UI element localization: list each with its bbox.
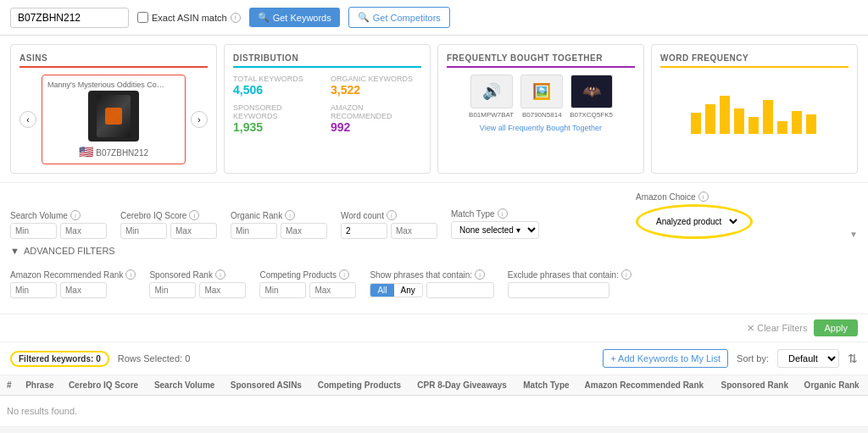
get-competitors-button[interactable]: 🔍 Get Competitors (348, 7, 450, 28)
word-count-min-input[interactable] (341, 223, 387, 239)
cerebro-iq-filter: Cerebro IQ Score i (120, 210, 217, 239)
product-image (88, 91, 139, 142)
carousel-next-button[interactable]: › (191, 111, 208, 128)
col-header-amazon-rank: Amazon Recommended Rank (578, 375, 715, 396)
amazon-choice-info-icon[interactable]: i (698, 192, 709, 202)
organic-keywords-value: 3,522 (331, 83, 421, 97)
flag-icon: 🇺🇸 (79, 145, 93, 158)
actions-row: ✕ Clear Filters Apply (0, 314, 868, 342)
exclude-phrases-label: Exclude phrases that contain: i (508, 269, 632, 280)
search-volume-min-input[interactable] (10, 223, 57, 239)
asin-input[interactable] (10, 8, 129, 28)
asins-card: ASINS ‹ Manny's Mysterious Oddities Coff… (10, 44, 217, 174)
competing-products-info-icon[interactable]: i (339, 269, 349, 280)
exact-match-label: Exact ASIN match i (137, 12, 241, 23)
view-all-fbt-link[interactable]: View all Frequently Bought Together (447, 124, 635, 132)
fbt-card-title: FREQUENTLY BOUGHT TOGETHER (447, 53, 635, 68)
col-header-num: # (0, 375, 19, 396)
advanced-filters-toggle[interactable]: ▼ ADVANCED FILTERS (10, 246, 858, 256)
exact-match-info-icon[interactable]: i (231, 13, 241, 23)
clear-filters-button[interactable]: ✕ Clear Filters (747, 319, 807, 336)
organic-rank-max-input[interactable] (281, 223, 327, 239)
match-type-info-icon[interactable]: i (498, 208, 508, 219)
table-header: # Phrase Cerebro IQ Score Search Volume … (0, 375, 868, 396)
exclude-phrases-input[interactable] (508, 282, 609, 298)
amazon-recommended-rank-info-icon[interactable]: i (125, 269, 136, 280)
fbt-product-3-image: 🦇 (570, 75, 613, 108)
word-count-label: Word count i (341, 210, 437, 220)
fbt-card: FREQUENTLY BOUGHT TOGETHER 🔊 B01MPW7BAT … (437, 44, 644, 174)
carousel-prev-button[interactable]: ‹ (19, 111, 36, 128)
show-phrases-any-button[interactable]: Any (394, 284, 422, 297)
svg-rect-1 (705, 104, 715, 134)
col-header-search-volume: Search Volume (147, 375, 224, 396)
sponsored-rank-min-input[interactable] (149, 282, 196, 298)
fbt-product-2-asin: B0790N5814 (520, 111, 563, 119)
fbt-products: 🔊 B01MPW7BAT 🖼️ B0790N5814 🦇 B07XCQ5FK5 (447, 75, 635, 119)
amazon-choice-label: Amazon Choice i (636, 192, 753, 202)
table-section: Filtered keywords: 0 Rows Selected: 0 + … (0, 342, 868, 427)
filtered-keywords-badge: Filtered keywords: 0 (10, 351, 109, 367)
amazon-recommended-item: AMAZON RECOMMENDED 992 (331, 103, 421, 134)
show-phrases-all-button[interactable]: All (370, 284, 393, 297)
word-count-filter: Word count i (341, 210, 437, 239)
advanced-filters-section: Amazon Recommended Rank i Sponsored Rank… (10, 263, 858, 305)
competing-products-inputs (259, 282, 356, 298)
organic-rank-min-input[interactable] (231, 223, 277, 239)
sort-select[interactable]: Default (777, 349, 839, 368)
rows-selected-label: Rows Selected: 0 (118, 353, 191, 364)
sponsored-rank-info-icon[interactable]: i (215, 269, 225, 280)
col-header-organic-rank: Organic Rank (798, 375, 868, 396)
exclude-phrases-filter: Exclude phrases that contain: i (508, 269, 632, 298)
amazon-choice-select[interactable]: Analyzed product (648, 214, 740, 230)
col-header-sponsored-asins: Sponsored ASINs (224, 375, 311, 396)
search-volume-inputs (10, 223, 107, 239)
col-header-cpr: CPR 8-Day Giveaways (410, 375, 516, 396)
match-type-select[interactable]: None selected ▾ (451, 221, 539, 239)
exclude-phrases-info-icon[interactable]: i (621, 269, 632, 280)
product-box: Manny's Mysterious Oddities Coffin Shelf… (42, 75, 186, 164)
show-phrases-input[interactable] (426, 282, 494, 298)
amazon-recommended-rank-inputs (10, 282, 136, 298)
cerebro-iq-inputs (120, 223, 217, 239)
sort-by-label: Sort by: (737, 353, 769, 364)
word-count-info-icon[interactable]: i (387, 210, 397, 220)
amazon-recommended-rank-min-input[interactable] (10, 282, 57, 298)
search-volume-info-icon[interactable]: i (70, 210, 81, 220)
product-flag-asin: 🇺🇸 B07ZBHN212 (47, 145, 180, 158)
apply-button[interactable]: Apply (814, 319, 858, 336)
table-body: No results found. (0, 396, 868, 427)
cerebro-iq-max-input[interactable] (170, 223, 217, 239)
search-icon: 🔍 (258, 12, 270, 23)
col-header-sponsored-rank: Sponsored Rank (714, 375, 797, 396)
product-title: Manny's Mysterious Oddities Coffin Shelf… (47, 80, 166, 89)
search-volume-label: Search Volume i (10, 210, 107, 220)
fbt-product-1-image: 🔊 (470, 75, 513, 108)
cerebro-iq-min-input[interactable] (120, 223, 167, 239)
competing-products-max-input[interactable] (309, 282, 356, 298)
filters-expand-icon[interactable]: ▼ (849, 230, 858, 239)
word-count-max-input[interactable] (391, 223, 437, 239)
total-keywords-value: 4,506 (233, 83, 324, 97)
word-count-inputs (341, 223, 437, 239)
cerebro-iq-info-icon[interactable]: i (189, 210, 199, 220)
exact-match-checkbox[interactable] (137, 12, 148, 23)
distribution-card: DISTRIBUTION TOTAL KEYWORDS 4,506 ORGANI… (224, 44, 431, 174)
fbt-product-2-image: 🖼️ (520, 75, 563, 108)
competing-products-filter: Competing Products i (259, 269, 356, 298)
keywords-table: # Phrase Cerebro IQ Score Search Volume … (0, 375, 868, 427)
get-keywords-button[interactable]: 🔍 Get Keywords (249, 8, 340, 27)
svg-rect-7 (792, 111, 802, 134)
sponsored-rank-max-input[interactable] (199, 282, 246, 298)
sponsored-keywords-label: SPONSORED KEYWORDS (233, 103, 324, 120)
sponsored-rank-inputs (149, 282, 246, 298)
asin-label: B07ZBHN212 (96, 148, 148, 158)
competing-products-min-input[interactable] (259, 282, 306, 298)
show-phrases-info-icon[interactable]: i (475, 269, 485, 280)
sponsored-keywords-item: SPONSORED KEYWORDS 1,935 (233, 103, 324, 134)
amazon-recommended-rank-max-input[interactable] (60, 282, 107, 298)
search-volume-max-input[interactable] (60, 223, 107, 239)
organic-keywords-label: ORGANIC KEYWORDS (331, 75, 421, 83)
add-keywords-button[interactable]: + Add Keywords to My List (603, 349, 728, 368)
organic-rank-info-icon[interactable]: i (285, 210, 295, 220)
